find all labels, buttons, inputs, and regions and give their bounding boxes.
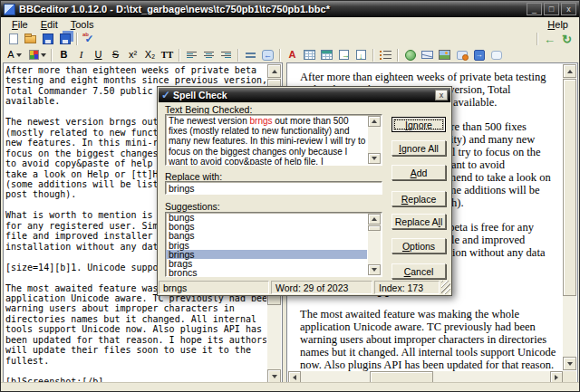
undo-arrow-icon: ←: [544, 33, 556, 45]
suggestion-item[interactable]: bongs: [166, 222, 367, 231]
status-current-word: brngs: [159, 281, 269, 294]
globe-icon: [405, 50, 416, 61]
close-button[interactable]: x: [561, 3, 576, 15]
ignore-all-button[interactable]: Ignore All: [392, 140, 446, 156]
spell-check-button[interactable]: ab✓: [81, 32, 98, 46]
list-button[interactable]: [377, 48, 394, 62]
suggestions-scrollbar[interactable]: [368, 214, 381, 275]
scroll-up-button[interactable]: [267, 64, 281, 78]
menu-edit[interactable]: Edit: [34, 18, 64, 31]
scroll-down-button[interactable]: [563, 357, 576, 370]
insert-table-header-button[interactable]: [318, 48, 335, 62]
suggestion-item[interactable]: brigs: [166, 241, 367, 250]
callout-button[interactable]: [453, 48, 470, 62]
bullet-list-icon: [380, 51, 392, 60]
underline-button[interactable]: U: [90, 48, 107, 62]
superscript-button[interactable]: x²: [124, 48, 141, 62]
save-all-button[interactable]: [56, 32, 73, 46]
scroll-up-button[interactable]: [563, 64, 576, 78]
scrollbar-thumb[interactable]: [368, 225, 381, 231]
menu-file[interactable]: File: [5, 18, 34, 31]
options-button[interactable]: Options: [392, 238, 446, 253]
insert-table-button[interactable]: [301, 48, 318, 62]
replace-all-button[interactable]: Replace All: [392, 214, 446, 229]
insert-row-icon: ↓: [356, 50, 366, 60]
teletype-button[interactable]: TT: [159, 48, 176, 62]
save-button[interactable]: [39, 32, 56, 46]
scrollbar-thumb[interactable]: [563, 79, 576, 296]
file-toolbar: ab✓ ← ↻: [1, 31, 579, 48]
scroll-up-button[interactable]: [368, 116, 381, 127]
suggestions-listbox[interactable]: bungs bongs bangs brigs brings brags bro…: [165, 212, 382, 277]
suggestion-item-selected[interactable]: brings: [166, 250, 367, 259]
font-color-dropdown[interactable]: [26, 48, 48, 62]
menu-tools[interactable]: Tools: [64, 18, 101, 31]
dialog-titlebar[interactable]: ✓ Spell Check x: [159, 88, 450, 102]
spell-check-dialog: ✓ Spell Check x Text Being Checked: The …: [157, 86, 452, 296]
replace-button[interactable]: Replace: [392, 191, 446, 206]
image-icon: [439, 50, 450, 60]
scroll-up-button[interactable]: [368, 214, 381, 225]
cancel-button[interactable]: Cancel: [392, 263, 446, 279]
insert-column-button[interactable]: →: [335, 48, 353, 62]
menu-help[interactable]: Help: [541, 18, 575, 31]
scroll-down-button[interactable]: [368, 153, 381, 164]
insert-column-icon: →: [339, 50, 349, 60]
window-titlebar[interactable]: BBCeditor 1.0.12.0 - D:\txt_garbage\news…: [1, 1, 579, 17]
subscript-button[interactable]: X₂: [141, 48, 159, 62]
quote-button[interactable]: ←: [259, 48, 276, 62]
chevron-down-icon: [41, 53, 46, 57]
ignore-button[interactable]: Ignore: [392, 117, 446, 132]
suggestion-item[interactable]: bangs: [166, 231, 367, 240]
font-color-button[interactable]: A: [284, 48, 301, 62]
add-button[interactable]: Add: [392, 165, 446, 180]
bbceditor-window: BBCeditor 1.0.12.0 - D:\txt_garbage\news…: [0, 0, 580, 392]
insert-code-button[interactable]: →: [470, 48, 488, 62]
window-bottom-frame: [1, 382, 579, 391]
refresh-button[interactable]: ↻: [558, 32, 575, 46]
color-palette-icon: [29, 50, 39, 60]
minimize-button[interactable]: _: [527, 3, 542, 15]
font-color-icon: A: [289, 50, 296, 60]
insert-row-button[interactable]: ↓: [353, 48, 370, 62]
insert-image-button[interactable]: [436, 48, 453, 62]
maximize-button[interactable]: □: [544, 3, 559, 15]
align-left-icon: [187, 52, 197, 58]
font-size-dropdown[interactable]: A: [3, 48, 26, 62]
status-index: Index: 173: [374, 281, 440, 294]
dialog-close-button[interactable]: x: [435, 90, 448, 100]
preview-vertical-scrollbar[interactable]: [563, 64, 576, 370]
align-center-button[interactable]: [200, 48, 218, 62]
horizontal-rule-button[interactable]: [242, 48, 259, 62]
insert-link-button[interactable]: [401, 48, 419, 62]
code-icon: →: [474, 50, 485, 61]
dialog-title: Spell Check: [173, 90, 435, 100]
suggestion-item[interactable]: bungs: [166, 213, 367, 222]
italic-button[interactable]: I: [72, 48, 90, 62]
undo-button[interactable]: ←: [541, 32, 558, 46]
open-file-button[interactable]: [22, 32, 39, 46]
table-icon: [304, 50, 315, 60]
menu-bar: File Edit Tools Help: [1, 17, 579, 31]
checked-text-box[interactable]: The newest version brngs out more than 5…: [165, 114, 382, 166]
insert-email-button[interactable]: [419, 48, 436, 62]
comment-icon: [491, 51, 502, 60]
font-size-icon: A: [7, 50, 14, 60]
align-right-button[interactable]: [218, 48, 235, 62]
suggestion-item[interactable]: broncs: [166, 268, 367, 277]
scroll-down-button[interactable]: [368, 264, 381, 275]
callout-icon: [457, 51, 468, 60]
quote-icon: ←: [262, 50, 274, 61]
new-file-button[interactable]: [5, 32, 22, 46]
spell-check-dialog-icon: ✓: [161, 90, 170, 100]
misspelled-word: brngs: [250, 116, 273, 126]
align-left-button[interactable]: [183, 48, 200, 62]
checked-text-scrollbar[interactable]: [368, 116, 381, 164]
table-header-icon: [321, 50, 333, 60]
resize-grip[interactable]: [441, 281, 450, 294]
replace-with-input[interactable]: [165, 181, 382, 195]
scroll-down-button[interactable]: [267, 369, 281, 383]
strikethrough-button[interactable]: S: [107, 48, 124, 62]
bold-button[interactable]: B: [55, 48, 72, 62]
comment-button[interactable]: [488, 48, 505, 62]
